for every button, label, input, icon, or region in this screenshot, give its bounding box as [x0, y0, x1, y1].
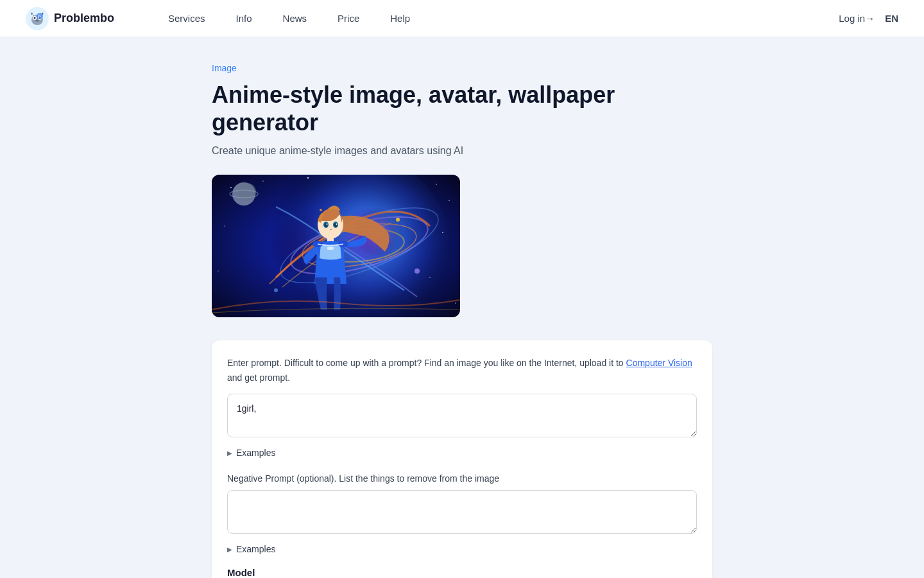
svg-point-32 — [325, 223, 328, 227]
svg-point-27 — [238, 183, 256, 201]
site-header: P Problembo Services Info News Price Hel… — [0, 0, 924, 37]
prompt-desc-text: Enter prompt. Difficult to come up with … — [227, 358, 624, 368]
model-section-label: Model — [227, 567, 697, 578]
prompt-description: Enter prompt. Difficult to come up with … — [227, 356, 697, 385]
examples-label: Examples — [236, 448, 275, 458]
svg-point-42 — [415, 268, 420, 274]
negative-examples-arrow-icon: ▶ — [227, 546, 232, 553]
svg-point-43 — [274, 288, 278, 292]
negative-prompt-input[interactable] — [227, 490, 697, 534]
login-button[interactable]: Log in→ — [839, 13, 875, 24]
svg-point-19 — [455, 303, 456, 304]
svg-point-33 — [334, 223, 338, 227]
svg-point-14 — [449, 200, 450, 201]
prompt-input[interactable]: 1girl, — [227, 394, 697, 437]
examples-toggle[interactable]: ▶ Examples — [227, 448, 697, 458]
language-selector[interactable]: EN — [885, 13, 898, 24]
svg-point-15 — [224, 226, 225, 227]
model-section: Model Anime XL Anime, fantasy, illustrat… — [227, 567, 697, 578]
svg-point-10 — [230, 187, 232, 188]
hero-image — [212, 175, 460, 317]
svg-point-11 — [262, 181, 264, 182]
svg-point-18 — [218, 271, 218, 272]
prompt-desc-suffix: and get prompt. — [227, 372, 290, 383]
negative-examples-label: Examples — [236, 544, 275, 554]
svg-point-40 — [396, 218, 400, 222]
computer-vision-link[interactable]: Computer Vision — [626, 358, 692, 368]
svg-rect-37 — [327, 247, 334, 250]
page-title: Anime-style image, avatar, wallpaper gen… — [212, 81, 712, 136]
main-nav: Services Info News Price Help — [153, 8, 839, 29]
negative-examples-toggle[interactable]: ▶ Examples — [227, 544, 697, 554]
logo-text: Problembo — [54, 12, 114, 25]
svg-point-41 — [320, 209, 322, 211]
svg-point-34 — [327, 223, 328, 225]
nav-item-services[interactable]: Services — [153, 8, 221, 29]
svg-point-6 — [35, 19, 39, 21]
nav-item-price[interactable]: Price — [322, 8, 375, 29]
svg-point-35 — [336, 223, 338, 225]
svg-point-13 — [436, 184, 437, 186]
logo[interactable]: P Problembo — [26, 7, 114, 30]
nav-item-info[interactable]: Info — [221, 8, 268, 29]
nav-item-help[interactable]: Help — [375, 8, 425, 29]
prompt-section: Enter prompt. Difficult to come up with … — [212, 340, 712, 578]
header-right: Log in→ EN — [839, 13, 898, 24]
examples-arrow-icon: ▶ — [227, 450, 232, 457]
breadcrumb[interactable]: Image — [212, 63, 712, 73]
negative-prompt-label: Negative Prompt (optional). List the thi… — [227, 473, 697, 484]
svg-text:P: P — [38, 15, 41, 19]
main-content: Image Anime-style image, avatar, wallpap… — [173, 37, 751, 578]
nav-item-news[interactable]: News — [268, 8, 323, 29]
logo-icon: P — [26, 7, 49, 30]
anime-illustration — [212, 175, 460, 317]
page-subtitle: Create unique anime-style images and ava… — [212, 145, 712, 157]
svg-point-4 — [34, 17, 36, 19]
